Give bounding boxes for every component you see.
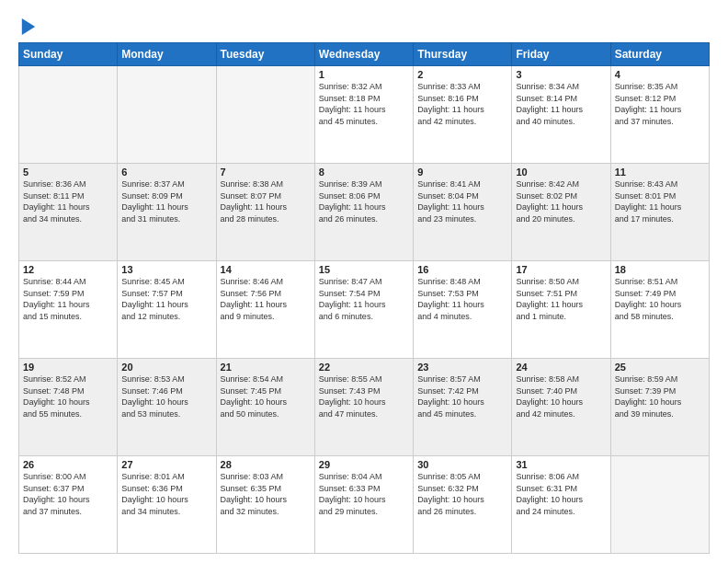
day-number: 11 <box>615 167 705 178</box>
day-number: 30 <box>417 459 507 470</box>
calendar-week-row: 5Sunrise: 8:36 AMSunset: 8:11 PMDaylight… <box>19 164 710 261</box>
col-saturday: Saturday <box>610 43 709 66</box>
col-friday: Friday <box>512 43 610 66</box>
calendar-cell: 5Sunrise: 8:36 AMSunset: 8:11 PMDaylight… <box>19 164 118 261</box>
calendar-cell: 31Sunrise: 8:06 AMSunset: 6:31 PMDayligh… <box>512 456 610 554</box>
day-info: Sunrise: 8:59 AMSunset: 7:39 PMDaylight:… <box>615 373 705 419</box>
day-number: 12 <box>23 264 113 275</box>
day-number: 17 <box>516 264 606 275</box>
day-number: 4 <box>615 69 705 80</box>
calendar-cell: 2Sunrise: 8:33 AMSunset: 8:16 PMDaylight… <box>414 66 512 164</box>
day-info: Sunrise: 8:01 AMSunset: 6:36 PMDaylight:… <box>121 471 211 517</box>
day-info: Sunrise: 8:50 AMSunset: 7:51 PMDaylight:… <box>516 276 606 322</box>
day-number: 23 <box>417 362 507 373</box>
day-number: 9 <box>417 167 507 178</box>
col-sunday: Sunday <box>19 43 118 66</box>
calendar-cell: 26Sunrise: 8:00 AMSunset: 6:37 PMDayligh… <box>19 456 118 554</box>
calendar-cell <box>610 456 709 554</box>
day-info: Sunrise: 8:39 AMSunset: 8:06 PMDaylight:… <box>319 178 409 224</box>
day-number: 21 <box>221 362 311 373</box>
day-number: 18 <box>615 264 705 275</box>
calendar-cell: 12Sunrise: 8:44 AMSunset: 7:59 PMDayligh… <box>19 261 118 359</box>
col-wednesday: Wednesday <box>314 43 413 66</box>
day-number: 29 <box>319 459 409 470</box>
day-number: 5 <box>23 167 113 178</box>
header <box>18 17 710 33</box>
day-number: 25 <box>615 362 705 373</box>
calendar-cell: 16Sunrise: 8:48 AMSunset: 7:53 PMDayligh… <box>414 261 512 359</box>
day-number: 15 <box>319 264 409 275</box>
day-number: 7 <box>221 167 311 178</box>
calendar-cell: 22Sunrise: 8:55 AMSunset: 7:43 PMDayligh… <box>314 359 413 456</box>
day-info: Sunrise: 8:43 AMSunset: 8:01 PMDaylight:… <box>615 178 705 224</box>
day-number: 3 <box>516 69 606 80</box>
day-info: Sunrise: 8:35 AMSunset: 8:12 PMDaylight:… <box>615 81 705 127</box>
day-info: Sunrise: 8:51 AMSunset: 7:49 PMDaylight:… <box>615 276 705 322</box>
col-monday: Monday <box>118 43 216 66</box>
calendar-cell: 6Sunrise: 8:37 AMSunset: 8:09 PMDaylight… <box>118 164 216 261</box>
day-number: 10 <box>516 167 606 178</box>
day-info: Sunrise: 8:04 AMSunset: 6:33 PMDaylight:… <box>319 471 409 517</box>
calendar-week-row: 19Sunrise: 8:52 AMSunset: 7:48 PMDayligh… <box>19 359 710 456</box>
day-number: 13 <box>121 264 211 275</box>
day-info: Sunrise: 8:36 AMSunset: 8:11 PMDaylight:… <box>23 178 113 224</box>
day-info: Sunrise: 8:00 AMSunset: 6:37 PMDaylight:… <box>23 471 113 517</box>
svg-marker-0 <box>22 18 35 35</box>
calendar-cell: 28Sunrise: 8:03 AMSunset: 6:35 PMDayligh… <box>216 456 314 554</box>
day-info: Sunrise: 8:42 AMSunset: 8:02 PMDaylight:… <box>516 178 606 224</box>
day-number: 28 <box>221 459 311 470</box>
calendar-cell: 10Sunrise: 8:42 AMSunset: 8:02 PMDayligh… <box>512 164 610 261</box>
calendar-cell <box>19 66 118 164</box>
calendar-week-row: 1Sunrise: 8:32 AMSunset: 8:18 PMDaylight… <box>19 66 710 164</box>
day-info: Sunrise: 8:55 AMSunset: 7:43 PMDaylight:… <box>319 373 409 419</box>
day-number: 20 <box>121 362 211 373</box>
day-number: 26 <box>23 459 113 470</box>
day-info: Sunrise: 8:44 AMSunset: 7:59 PMDaylight:… <box>23 276 113 322</box>
day-number: 19 <box>23 362 113 373</box>
calendar-cell: 13Sunrise: 8:45 AMSunset: 7:57 PMDayligh… <box>118 261 216 359</box>
col-thursday: Thursday <box>414 43 512 66</box>
day-info: Sunrise: 8:41 AMSunset: 8:04 PMDaylight:… <box>417 178 507 224</box>
calendar-cell: 18Sunrise: 8:51 AMSunset: 7:49 PMDayligh… <box>610 261 709 359</box>
day-number: 2 <box>417 69 507 80</box>
page: Sunday Monday Tuesday Wednesday Thursday… <box>0 0 728 563</box>
day-number: 1 <box>319 69 409 80</box>
day-number: 14 <box>221 264 311 275</box>
day-number: 22 <box>319 362 409 373</box>
calendar-cell: 30Sunrise: 8:05 AMSunset: 6:32 PMDayligh… <box>414 456 512 554</box>
calendar-cell: 23Sunrise: 8:57 AMSunset: 7:42 PMDayligh… <box>414 359 512 456</box>
calendar-week-row: 26Sunrise: 8:00 AMSunset: 6:37 PMDayligh… <box>19 456 710 554</box>
day-info: Sunrise: 8:32 AMSunset: 8:18 PMDaylight:… <box>319 81 409 127</box>
logo <box>18 17 37 33</box>
col-tuesday: Tuesday <box>216 43 314 66</box>
calendar-header-row: Sunday Monday Tuesday Wednesday Thursday… <box>19 43 710 66</box>
logo-icon <box>20 17 37 37</box>
calendar-cell <box>216 66 314 164</box>
calendar-cell: 25Sunrise: 8:59 AMSunset: 7:39 PMDayligh… <box>610 359 709 456</box>
day-info: Sunrise: 8:46 AMSunset: 7:56 PMDaylight:… <box>221 276 311 322</box>
calendar-cell: 17Sunrise: 8:50 AMSunset: 7:51 PMDayligh… <box>512 261 610 359</box>
day-info: Sunrise: 8:52 AMSunset: 7:48 PMDaylight:… <box>23 373 113 419</box>
day-info: Sunrise: 8:37 AMSunset: 8:09 PMDaylight:… <box>121 178 211 224</box>
calendar-cell: 3Sunrise: 8:34 AMSunset: 8:14 PMDaylight… <box>512 66 610 164</box>
calendar-cell: 11Sunrise: 8:43 AMSunset: 8:01 PMDayligh… <box>610 164 709 261</box>
day-number: 6 <box>121 167 211 178</box>
day-info: Sunrise: 8:06 AMSunset: 6:31 PMDaylight:… <box>516 471 606 517</box>
calendar-cell: 9Sunrise: 8:41 AMSunset: 8:04 PMDaylight… <box>414 164 512 261</box>
calendar-table: Sunday Monday Tuesday Wednesday Thursday… <box>18 42 710 554</box>
day-number: 31 <box>516 459 606 470</box>
calendar-cell: 19Sunrise: 8:52 AMSunset: 7:48 PMDayligh… <box>19 359 118 456</box>
day-info: Sunrise: 8:53 AMSunset: 7:46 PMDaylight:… <box>121 373 211 419</box>
calendar-cell: 14Sunrise: 8:46 AMSunset: 7:56 PMDayligh… <box>216 261 314 359</box>
day-number: 24 <box>516 362 606 373</box>
calendar-cell: 15Sunrise: 8:47 AMSunset: 7:54 PMDayligh… <box>314 261 413 359</box>
day-info: Sunrise: 8:38 AMSunset: 8:07 PMDaylight:… <box>221 178 311 224</box>
calendar-cell: 4Sunrise: 8:35 AMSunset: 8:12 PMDaylight… <box>610 66 709 164</box>
calendar-cell: 1Sunrise: 8:32 AMSunset: 8:18 PMDaylight… <box>314 66 413 164</box>
calendar-cell: 27Sunrise: 8:01 AMSunset: 6:36 PMDayligh… <box>118 456 216 554</box>
calendar-week-row: 12Sunrise: 8:44 AMSunset: 7:59 PMDayligh… <box>19 261 710 359</box>
day-info: Sunrise: 8:05 AMSunset: 6:32 PMDaylight:… <box>417 471 507 517</box>
calendar-cell: 8Sunrise: 8:39 AMSunset: 8:06 PMDaylight… <box>314 164 413 261</box>
day-info: Sunrise: 8:33 AMSunset: 8:16 PMDaylight:… <box>417 81 507 127</box>
calendar-cell <box>118 66 216 164</box>
